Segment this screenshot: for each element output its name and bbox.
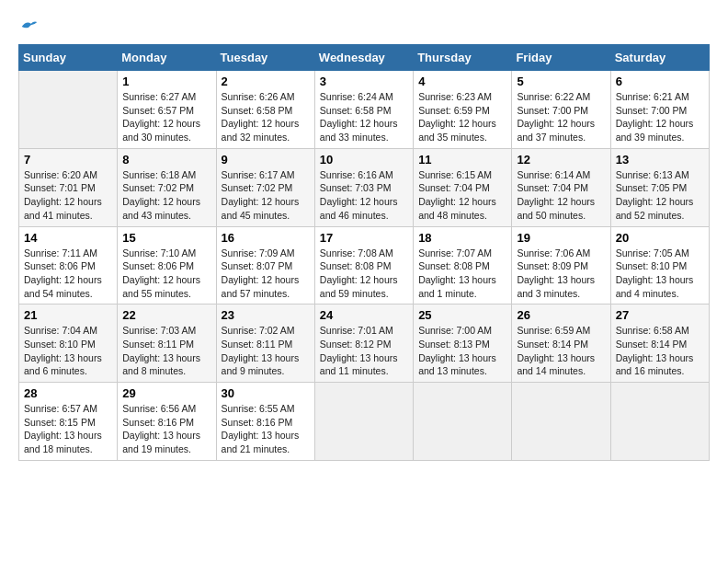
day-info: Sunrise: 6:14 AM Sunset: 7:04 PM Dayligh… [517, 168, 605, 223]
col-header-monday: Monday [118, 45, 216, 71]
calendar-cell: 26Sunrise: 6:59 AM Sunset: 8:14 PM Dayli… [512, 304, 610, 383]
calendar-cell: 25Sunrise: 7:00 AM Sunset: 8:13 PM Dayli… [414, 304, 512, 383]
day-number: 1 [122, 75, 210, 88]
day-info: Sunrise: 6:55 AM Sunset: 8:16 PM Dayligh… [222, 402, 310, 456]
day-info: Sunrise: 6:24 AM Sunset: 6:58 PM Dayligh… [320, 90, 408, 144]
day-info: Sunrise: 6:15 AM Sunset: 7:04 PM Dayligh… [418, 168, 506, 223]
day-info: Sunrise: 6:16 AM Sunset: 7:03 PM Dayligh… [320, 168, 408, 223]
week-row-3: 14Sunrise: 7:11 AM Sunset: 8:06 PM Dayli… [19, 226, 710, 304]
day-number: 17 [320, 231, 408, 245]
calendar-cell [19, 71, 118, 149]
day-info: Sunrise: 6:21 AM Sunset: 7:00 PM Dayligh… [616, 90, 704, 144]
calendar-cell [414, 383, 512, 461]
day-info: Sunrise: 7:07 AM Sunset: 8:08 PM Dayligh… [418, 247, 506, 301]
day-number: 10 [320, 153, 408, 167]
calendar-cell: 15Sunrise: 7:10 AM Sunset: 8:06 PM Dayli… [118, 226, 216, 304]
calendar-cell: 14Sunrise: 7:11 AM Sunset: 8:06 PM Dayli… [19, 226, 118, 304]
calendar-cell [314, 383, 413, 461]
day-info: Sunrise: 7:03 AM Sunset: 8:11 PM Dayligh… [122, 324, 210, 378]
day-number: 26 [517, 308, 605, 322]
day-info: Sunrise: 6:58 AM Sunset: 8:14 PM Dayligh… [616, 324, 704, 378]
day-info: Sunrise: 6:57 AM Sunset: 8:15 PM Dayligh… [24, 402, 112, 456]
week-row-4: 21Sunrise: 7:04 AM Sunset: 8:10 PM Dayli… [19, 304, 710, 383]
calendar-cell: 8Sunrise: 6:18 AM Sunset: 7:02 PM Daylig… [118, 148, 216, 226]
calendar-cell: 4Sunrise: 6:23 AM Sunset: 6:59 PM Daylig… [414, 71, 512, 149]
day-number: 23 [222, 308, 310, 322]
calendar-cell: 21Sunrise: 7:04 AM Sunset: 8:10 PM Dayli… [19, 304, 118, 383]
day-number: 6 [616, 75, 704, 88]
calendar-cell: 1Sunrise: 6:27 AM Sunset: 6:57 PM Daylig… [118, 71, 216, 149]
day-number: 9 [222, 153, 310, 167]
day-info: Sunrise: 6:27 AM Sunset: 6:57 PM Dayligh… [122, 90, 210, 144]
calendar-cell: 9Sunrise: 6:17 AM Sunset: 7:02 PM Daylig… [216, 148, 314, 226]
col-header-thursday: Thursday [414, 45, 512, 71]
day-number: 25 [418, 308, 506, 322]
day-info: Sunrise: 6:26 AM Sunset: 6:58 PM Dayligh… [222, 90, 310, 144]
day-info: Sunrise: 7:08 AM Sunset: 8:08 PM Dayligh… [320, 247, 408, 301]
week-row-5: 28Sunrise: 6:57 AM Sunset: 8:15 PM Dayli… [19, 383, 710, 461]
day-number: 22 [122, 308, 210, 322]
calendar-cell: 28Sunrise: 6:57 AM Sunset: 8:15 PM Dayli… [19, 383, 118, 461]
calendar-cell: 3Sunrise: 6:24 AM Sunset: 6:58 PM Daylig… [314, 71, 413, 149]
logo [18, 18, 39, 35]
day-info: Sunrise: 7:10 AM Sunset: 8:06 PM Dayligh… [122, 247, 210, 301]
day-info: Sunrise: 6:56 AM Sunset: 8:16 PM Dayligh… [122, 402, 210, 456]
calendar-cell: 30Sunrise: 6:55 AM Sunset: 8:16 PM Dayli… [216, 383, 314, 461]
day-number: 8 [122, 153, 210, 167]
calendar-cell: 13Sunrise: 6:13 AM Sunset: 7:05 PM Dayli… [610, 148, 709, 226]
calendar-cell: 17Sunrise: 7:08 AM Sunset: 8:08 PM Dayli… [314, 226, 413, 304]
day-info: Sunrise: 7:11 AM Sunset: 8:06 PM Dayligh… [24, 247, 112, 301]
calendar-cell: 27Sunrise: 6:58 AM Sunset: 8:14 PM Dayli… [610, 304, 709, 383]
day-number: 27 [616, 308, 704, 322]
calendar-cell: 18Sunrise: 7:07 AM Sunset: 8:08 PM Dayli… [414, 226, 512, 304]
calendar-cell: 23Sunrise: 7:02 AM Sunset: 8:11 PM Dayli… [216, 304, 314, 383]
day-info: Sunrise: 6:13 AM Sunset: 7:05 PM Dayligh… [616, 168, 704, 223]
calendar-cell: 20Sunrise: 7:05 AM Sunset: 8:10 PM Dayli… [610, 226, 709, 304]
day-number: 24 [320, 308, 408, 322]
calendar-cell: 11Sunrise: 6:15 AM Sunset: 7:04 PM Dayli… [414, 148, 512, 226]
calendar-cell [512, 383, 610, 461]
day-number: 29 [122, 386, 210, 400]
day-number: 14 [24, 231, 112, 245]
day-info: Sunrise: 6:17 AM Sunset: 7:02 PM Dayligh… [222, 168, 310, 223]
day-number: 20 [616, 231, 704, 245]
calendar-cell: 22Sunrise: 7:03 AM Sunset: 8:11 PM Dayli… [118, 304, 216, 383]
day-number: 13 [616, 153, 704, 167]
day-info: Sunrise: 6:23 AM Sunset: 6:59 PM Dayligh… [418, 90, 506, 144]
day-number: 16 [222, 231, 310, 245]
day-number: 30 [222, 386, 310, 400]
calendar-cell: 16Sunrise: 7:09 AM Sunset: 8:07 PM Dayli… [216, 226, 314, 304]
day-info: Sunrise: 6:20 AM Sunset: 7:01 PM Dayligh… [24, 168, 112, 223]
day-number: 21 [24, 308, 112, 322]
calendar-cell: 2Sunrise: 6:26 AM Sunset: 6:58 PM Daylig… [216, 71, 314, 149]
day-number: 7 [24, 153, 112, 167]
day-info: Sunrise: 7:05 AM Sunset: 8:10 PM Dayligh… [616, 247, 704, 301]
day-number: 5 [517, 75, 605, 88]
calendar-cell: 7Sunrise: 6:20 AM Sunset: 7:01 PM Daylig… [19, 148, 118, 226]
day-info: Sunrise: 7:01 AM Sunset: 8:12 PM Dayligh… [320, 324, 408, 378]
logo-text [18, 18, 39, 35]
page-header [18, 18, 710, 35]
day-number: 15 [122, 231, 210, 245]
calendar-cell: 12Sunrise: 6:14 AM Sunset: 7:04 PM Dayli… [512, 148, 610, 226]
day-number: 18 [418, 231, 506, 245]
day-info: Sunrise: 6:22 AM Sunset: 7:00 PM Dayligh… [517, 90, 605, 144]
logo-bird-icon [20, 18, 39, 35]
calendar-table: SundayMondayTuesdayWednesdayThursdayFrid… [18, 44, 710, 461]
week-row-2: 7Sunrise: 6:20 AM Sunset: 7:01 PM Daylig… [19, 148, 710, 226]
day-info: Sunrise: 7:06 AM Sunset: 8:09 PM Dayligh… [517, 247, 605, 301]
day-info: Sunrise: 7:04 AM Sunset: 8:10 PM Dayligh… [24, 324, 112, 378]
day-info: Sunrise: 6:59 AM Sunset: 8:14 PM Dayligh… [517, 324, 605, 378]
day-number: 28 [24, 386, 112, 400]
calendar-cell: 10Sunrise: 6:16 AM Sunset: 7:03 PM Dayli… [314, 148, 413, 226]
calendar-cell: 5Sunrise: 6:22 AM Sunset: 7:00 PM Daylig… [512, 71, 610, 149]
day-info: Sunrise: 7:09 AM Sunset: 8:07 PM Dayligh… [222, 247, 310, 301]
week-row-1: 1Sunrise: 6:27 AM Sunset: 6:57 PM Daylig… [19, 71, 710, 149]
col-header-sunday: Sunday [19, 45, 118, 71]
calendar-cell: 24Sunrise: 7:01 AM Sunset: 8:12 PM Dayli… [314, 304, 413, 383]
day-info: Sunrise: 7:00 AM Sunset: 8:13 PM Dayligh… [418, 324, 506, 378]
day-number: 19 [517, 231, 605, 245]
day-info: Sunrise: 7:02 AM Sunset: 8:11 PM Dayligh… [222, 324, 310, 378]
day-number: 3 [320, 75, 408, 88]
col-header-friday: Friday [512, 45, 610, 71]
